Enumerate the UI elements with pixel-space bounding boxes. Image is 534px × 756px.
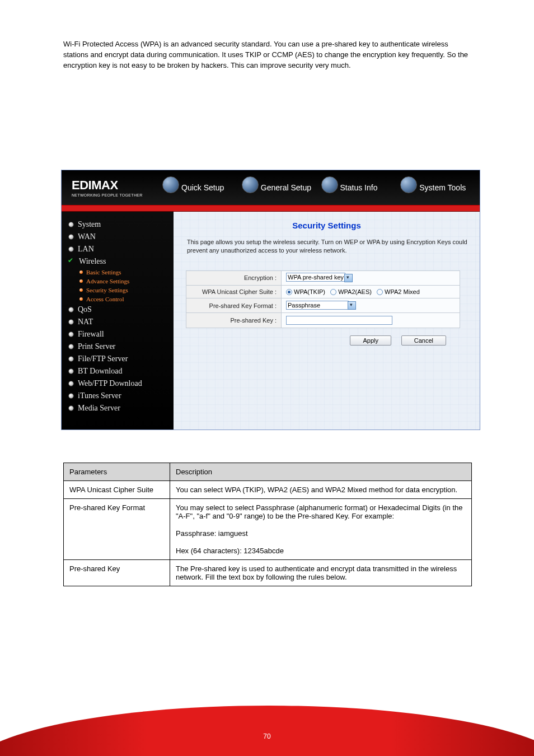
sidebar-item-firewall[interactable]: Firewall xyxy=(67,328,168,340)
logo-text: EDIMAX xyxy=(72,178,162,193)
radio-wpa2-mixed[interactable] xyxy=(377,289,383,295)
sidebar-label: System xyxy=(78,220,101,229)
globe-icon xyxy=(400,176,417,193)
sidebar-label: WAN xyxy=(78,232,96,241)
sidebar-label: LAN xyxy=(78,245,94,254)
footer-swoosh xyxy=(0,666,534,756)
settings-form: Encryption : WPA pre-shared key WPA Unic… xyxy=(186,270,460,329)
bullet-icon xyxy=(68,405,74,411)
sidebar-sub-label: Basic Settings xyxy=(86,269,121,276)
sidebar-label: QoS xyxy=(78,305,92,314)
sidebar-sub-label: Security Settings xyxy=(86,287,128,293)
sub-bullet-icon xyxy=(79,288,83,292)
intro-paragraph: Wi-Fi Protected Access (WPA) is an advan… xyxy=(63,39,475,71)
sidebar-sub-advance[interactable]: Advance Settings xyxy=(67,277,168,286)
main-panel: Security Settings This page allows you s… xyxy=(174,212,480,430)
select-value: Passphrase xyxy=(288,302,320,309)
bullet-icon xyxy=(68,222,74,227)
bullet-icon xyxy=(68,368,74,374)
top-bar: EDIMAX NETWORKING PEOPLE TOGETHER Quick … xyxy=(62,170,480,205)
sidebar-item-qos[interactable]: QoS xyxy=(67,304,168,316)
sidebar-sub-label: Advance Settings xyxy=(86,278,129,284)
chevron-down-icon[interactable] xyxy=(348,301,356,310)
chevron-down-icon[interactable] xyxy=(344,274,353,282)
bullet-icon xyxy=(68,234,74,240)
column-header-description: Description xyxy=(170,463,472,481)
bullet-icon xyxy=(68,246,74,252)
sidebar-label: NAT xyxy=(78,318,93,326)
desc-cell: The Pre-shared key is used to authentica… xyxy=(170,560,472,586)
sidebar-item-lan[interactable]: LAN xyxy=(67,243,168,255)
sidebar-item-itunes-server[interactable]: iTunes Server xyxy=(67,390,168,402)
table-row: Pre-shared Key The Pre-shared key is use… xyxy=(64,560,472,586)
sub-bullet-icon xyxy=(79,279,83,283)
radio-wpa2-aes[interactable] xyxy=(330,289,336,295)
table-row: WPA Unicast Cipher Suite You can select … xyxy=(64,481,472,499)
cancel-button[interactable]: Cancel xyxy=(401,335,446,346)
param-cell: Pre-shared Key Format xyxy=(64,499,170,560)
sidebar-label: iTunes Server xyxy=(78,391,121,400)
logo-tagline: NETWORKING PEOPLE TOGETHER xyxy=(72,193,162,197)
desc-cell: Hex (64 characters): 12345abcde xyxy=(170,542,472,560)
sidebar-label: Wireless xyxy=(79,257,106,266)
red-divider xyxy=(62,205,480,212)
sidebar-label: Firewall xyxy=(78,330,104,339)
nav-label: General Setup xyxy=(261,183,311,192)
bullet-icon xyxy=(68,307,74,312)
page-description: This page allows you setup the wireless … xyxy=(187,238,470,255)
sidebar-item-media-server[interactable]: Media Server xyxy=(67,402,168,414)
sidebar-item-wireless[interactable]: Wireless xyxy=(67,255,168,268)
bullet-icon xyxy=(68,344,74,349)
table-row: Pre-shared Key Format You may select to … xyxy=(64,499,472,525)
nav-general-setup[interactable]: General Setup xyxy=(242,183,318,192)
sidebar-item-system[interactable]: System xyxy=(67,218,168,231)
param-cell: WPA Unicast Cipher Suite xyxy=(64,481,170,499)
sidebar-label: Print Server xyxy=(78,342,115,351)
sidebar-sub-basic[interactable]: Basic Settings xyxy=(67,268,168,277)
nav-label: Quick Setup xyxy=(181,183,224,192)
desc-cell: You may select to select Passphrase (alp… xyxy=(170,499,472,525)
apply-button[interactable]: Apply xyxy=(350,335,391,346)
nav-status-info[interactable]: Status Info xyxy=(321,183,397,192)
radio-wpa-tkip[interactable] xyxy=(286,289,292,295)
sidebar-item-file-ftp[interactable]: File/FTP Server xyxy=(67,353,168,365)
sidebar-sub-access-control[interactable]: Access Control xyxy=(67,295,168,304)
sidebar-item-wan[interactable]: WAN xyxy=(67,231,168,243)
param-cell: Pre-shared Key xyxy=(64,560,170,586)
bullet-icon xyxy=(68,319,74,325)
globe-icon xyxy=(162,176,179,193)
sidebar-label: Media Server xyxy=(78,404,120,413)
globe-icon xyxy=(242,176,259,193)
desc-cell: Passphrase: iamguest xyxy=(170,525,472,542)
sidebar-item-bt-download[interactable]: BT Download xyxy=(67,365,168,377)
sidebar-label: File/FTP Server xyxy=(78,354,128,363)
sidebar-item-print-server[interactable]: Print Server xyxy=(67,340,168,353)
sidebar-item-nat[interactable]: NAT xyxy=(67,316,168,328)
column-header-parameters: Parameters xyxy=(64,463,170,481)
encryption-select[interactable]: WPA pre-shared key xyxy=(286,273,345,282)
sidebar-sub-label: Access Control xyxy=(86,296,124,302)
bullet-icon xyxy=(68,393,74,399)
sub-bullet-icon xyxy=(79,297,83,301)
top-nav: Quick Setup General Setup Status Info Sy… xyxy=(162,183,480,192)
sidebar: System WAN LAN Wireless Basic Settings A… xyxy=(62,212,174,430)
key-format-label: Pre-shared Key Format : xyxy=(186,298,282,313)
parameters-table: Parameters Description WPA Unicast Ciphe… xyxy=(63,463,472,586)
nav-quick-setup[interactable]: Quick Setup xyxy=(162,183,238,192)
page-number: 70 xyxy=(0,732,534,740)
psk-input[interactable] xyxy=(286,316,392,325)
brand-logo: EDIMAX NETWORKING PEOPLE TOGETHER xyxy=(62,178,162,197)
key-format-select[interactable]: Passphrase xyxy=(286,301,349,310)
sub-bullet-icon xyxy=(79,270,83,274)
sidebar-sub-security[interactable]: Security Settings xyxy=(67,286,168,295)
sidebar-label: Web/FTP Download xyxy=(78,379,142,388)
radio-label: WPA(TKIP) xyxy=(294,288,325,295)
globe-icon xyxy=(321,176,338,193)
radio-label: WPA2(AES) xyxy=(338,288,372,295)
sidebar-item-web-ftp-download[interactable]: Web/FTP Download xyxy=(67,377,168,390)
nav-system-tools[interactable]: System Tools xyxy=(400,183,476,192)
desc-cell: You can select WPA (TKIP), WPA2 (AES) an… xyxy=(170,481,472,499)
sidebar-label: BT Download xyxy=(78,367,122,376)
select-value: WPA pre-shared key xyxy=(288,274,344,281)
radio-label: WPA2 Mixed xyxy=(385,288,420,295)
